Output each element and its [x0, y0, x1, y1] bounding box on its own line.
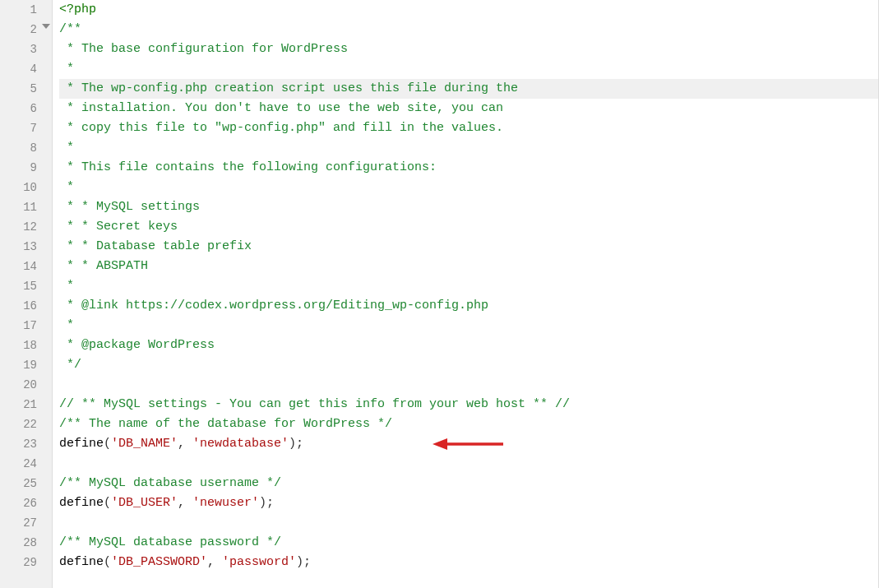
- code-editor-area[interactable]: <?php/** * The base configuration for Wo…: [53, 0, 878, 588]
- token-tag: <?php: [59, 2, 96, 16]
- code-line[interactable]: define('DB_NAME', 'newdatabase');: [59, 434, 878, 454]
- code-line[interactable]: *: [59, 138, 878, 158]
- token-comment: * * Secret keys: [59, 220, 178, 234]
- token-punct: (: [104, 496, 111, 510]
- token-punct: (: [104, 555, 111, 569]
- code-line[interactable]: * This file contains the following confi…: [59, 158, 878, 178]
- line-number: 26: [0, 493, 52, 513]
- token-punct: );: [296, 555, 311, 569]
- token-string: 'DB_USER': [111, 496, 178, 510]
- token-punct: );: [259, 496, 274, 510]
- fold-marker-icon[interactable]: [42, 24, 50, 29]
- line-number: 25: [0, 474, 52, 493]
- code-line[interactable]: define('DB_PASSWORD', 'password');: [59, 553, 878, 572]
- code-line[interactable]: */: [59, 355, 878, 375]
- line-number: 27: [0, 513, 52, 533]
- code-line[interactable]: * @link https://codex.wordpress.org/Edit…: [59, 296, 878, 316]
- token-func: define: [59, 555, 104, 569]
- code-line[interactable]: * * ABSPATH: [59, 257, 878, 276]
- token-comment: // ** MySQL settings - You can get this …: [59, 397, 570, 411]
- token-comment: * copy this file to "wp-config.php" and …: [59, 121, 503, 135]
- line-number: 18: [0, 336, 52, 355]
- line-number: 2: [0, 20, 52, 39]
- code-line[interactable]: <?php: [59, 0, 878, 20]
- token-punct: (: [104, 437, 111, 451]
- token-string: 'newdatabase': [192, 437, 289, 451]
- line-number: 24: [0, 454, 52, 474]
- code-line[interactable]: /**: [59, 20, 878, 39]
- line-number: 20: [0, 375, 52, 395]
- line-number: 10: [0, 178, 52, 197]
- token-punct: ,: [207, 555, 222, 569]
- token-comment: /** The name of the database for WordPre…: [59, 417, 392, 431]
- line-number: 19: [0, 355, 52, 375]
- code-line[interactable]: /** MySQL database username */: [59, 474, 878, 493]
- token-comment: * The wp-config.php creation script uses…: [59, 81, 518, 95]
- token-comment: * This file contains the following confi…: [59, 160, 437, 174]
- line-number: 5: [0, 79, 52, 99]
- code-line[interactable]: *: [59, 178, 878, 197]
- token-comment: * @package WordPress: [59, 338, 215, 352]
- code-line[interactable]: *: [59, 316, 878, 336]
- token-comment: */: [59, 358, 81, 372]
- token-punct: ,: [178, 437, 192, 451]
- line-number: 16: [0, 296, 52, 316]
- line-number: 12: [0, 217, 52, 237]
- line-number: 21: [0, 395, 52, 414]
- token-comment: *: [59, 141, 74, 155]
- code-line[interactable]: * @package WordPress: [59, 336, 878, 355]
- line-number: 3: [0, 39, 52, 59]
- code-line[interactable]: define('DB_USER', 'newuser');: [59, 493, 878, 513]
- token-punct: );: [289, 437, 303, 451]
- token-comment: *: [59, 180, 74, 194]
- token-comment: * * MySQL settings: [59, 200, 200, 214]
- code-line[interactable]: /** The name of the database for WordPre…: [59, 414, 878, 434]
- code-line[interactable]: * * Database table prefix: [59, 237, 878, 257]
- code-line[interactable]: [59, 375, 878, 395]
- line-number: 13: [0, 237, 52, 257]
- token-string: 'DB_PASSWORD': [111, 555, 207, 569]
- token-func: define: [59, 496, 104, 510]
- line-number: 7: [0, 118, 52, 138]
- line-number: 4: [0, 59, 52, 79]
- token-comment: /**: [59, 22, 81, 36]
- code-line[interactable]: *: [59, 276, 878, 296]
- line-number: 11: [0, 197, 52, 217]
- code-line[interactable]: * copy this file to "wp-config.php" and …: [59, 118, 878, 138]
- line-number: 6: [0, 99, 52, 118]
- code-line[interactable]: [59, 454, 878, 474]
- token-string: 'DB_NAME': [111, 437, 178, 451]
- line-number-gutter: 1234567891011121314151617181920212223242…: [0, 0, 53, 588]
- token-func: define: [59, 437, 104, 451]
- code-line[interactable]: * * Secret keys: [59, 217, 878, 237]
- token-comment: /** MySQL database password */: [59, 535, 281, 549]
- line-number: 23: [0, 434, 52, 454]
- token-string: 'newuser': [192, 496, 259, 510]
- code-line[interactable]: * The wp-config.php creation script uses…: [59, 79, 878, 99]
- code-line[interactable]: * The base configuration for WordPress: [59, 39, 878, 59]
- line-number: 9: [0, 158, 52, 178]
- code-line[interactable]: [59, 513, 878, 533]
- code-line[interactable]: * * MySQL settings: [59, 197, 878, 217]
- line-number: 8: [0, 138, 52, 158]
- token-comment: * @link https://codex.wordpress.org/Edit…: [59, 299, 488, 313]
- line-number: 15: [0, 276, 52, 296]
- token-comment: * The base configuration for WordPress: [59, 42, 348, 56]
- line-number: 14: [0, 257, 52, 276]
- code-line[interactable]: // ** MySQL settings - You can get this …: [59, 395, 878, 414]
- token-punct: ,: [178, 496, 192, 510]
- code-line[interactable]: * installation. You don't have to use th…: [59, 99, 878, 118]
- code-line[interactable]: /** MySQL database password */: [59, 533, 878, 553]
- token-comment: *: [59, 279, 74, 293]
- line-number: 29: [0, 553, 52, 572]
- token-comment: * * ABSPATH: [59, 259, 148, 273]
- token-comment: /** MySQL database username */: [59, 476, 281, 490]
- line-number: 17: [0, 316, 52, 336]
- line-number: 22: [0, 414, 52, 434]
- token-string: 'password': [222, 555, 296, 569]
- line-number: [0, 572, 52, 581]
- token-comment: * * Database table prefix: [59, 239, 252, 253]
- code-line[interactable]: *: [59, 59, 878, 79]
- token-comment: *: [59, 318, 74, 332]
- token-comment: * installation. You don't have to use th…: [59, 101, 503, 115]
